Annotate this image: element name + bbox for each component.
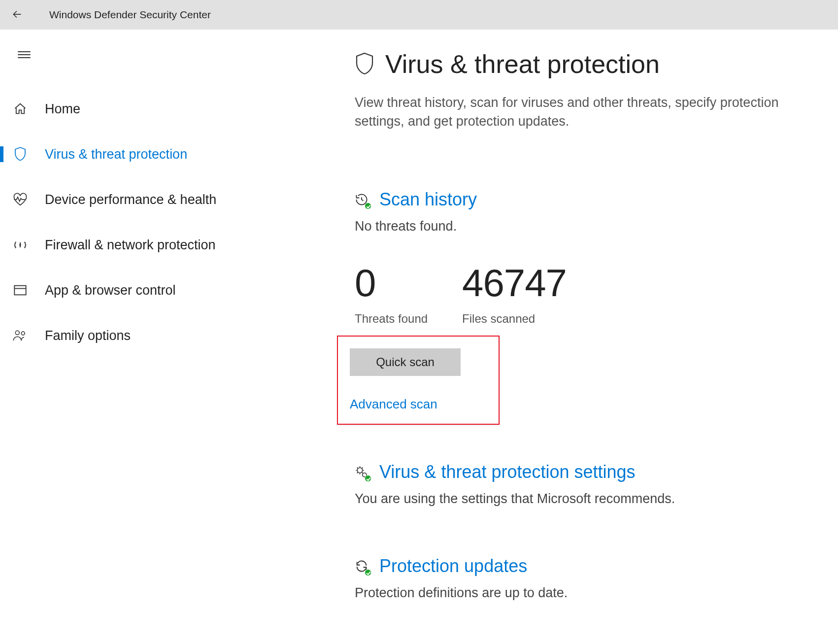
- main-content: Virus & threat protection View threat hi…: [355, 49, 818, 601]
- title-bar: Windows Defender Security Center: [0, 0, 838, 30]
- sidebar-item-family[interactable]: Family options: [0, 313, 256, 358]
- sidebar-item-virus-threat[interactable]: Virus & threat protection: [0, 132, 256, 177]
- sidebar-item-app-browser[interactable]: App & browser control: [0, 268, 256, 313]
- section-heading: Protection updates: [355, 556, 818, 576]
- svg-point-3: [21, 332, 25, 335]
- hamburger-icon: [18, 51, 31, 58]
- back-button[interactable]: [5, 2, 30, 27]
- home-icon: [11, 100, 29, 118]
- window-icon: [11, 281, 29, 299]
- scan-history-link[interactable]: Scan history: [379, 189, 477, 210]
- sidebar-item-home[interactable]: Home: [0, 86, 256, 132]
- scan-stats: 0 Threats found 46747 Files scanned: [355, 264, 818, 326]
- svg-point-2: [15, 331, 19, 335]
- section-heading: Virus & threat protection settings: [355, 462, 818, 482]
- vtp-settings-link[interactable]: Virus & threat protection settings: [379, 462, 636, 482]
- checkmark-badge-icon: [365, 569, 371, 576]
- sidebar-item-label: Device performance & health: [45, 192, 216, 207]
- broadcast-icon: [11, 236, 29, 254]
- advanced-scan-link[interactable]: Advanced scan: [350, 397, 487, 412]
- threats-found-stat: 0 Threats found: [355, 264, 428, 326]
- sidebar-item-firewall[interactable]: Firewall & network protection: [0, 222, 256, 268]
- vtp-settings-section: Virus & threat protection settings You a…: [355, 462, 818, 507]
- sidebar-item-label: Virus & threat protection: [45, 147, 187, 162]
- sidebar-item-device-health[interactable]: Device performance & health: [0, 177, 256, 222]
- scan-history-section: Scan history No threats found. 0 Threats…: [355, 189, 818, 425]
- scan-highlight-box: Quick scan Advanced scan: [337, 336, 500, 425]
- svg-rect-1: [14, 286, 26, 295]
- files-scanned-value: 46747: [462, 264, 567, 302]
- sidebar-item-label: Firewall & network protection: [45, 237, 216, 253]
- shield-icon: [355, 52, 374, 76]
- sidebar: Home Virus & threat protection Device pe…: [0, 86, 256, 358]
- threats-found-value: 0: [355, 264, 428, 302]
- page-title: Virus & threat protection: [385, 49, 660, 79]
- gear-icon: [355, 465, 369, 479]
- heart-pulse-icon: [11, 191, 29, 208]
- window-title: Windows Defender Security Center: [49, 9, 211, 21]
- checkmark-badge-icon: [365, 203, 371, 209]
- section-heading: Scan history: [355, 189, 818, 210]
- sidebar-item-label: App & browser control: [45, 283, 176, 298]
- quick-scan-button[interactable]: Quick scan: [350, 348, 461, 376]
- protection-updates-link[interactable]: Protection updates: [379, 556, 527, 576]
- protection-updates-status: Protection definitions are up to date.: [355, 585, 818, 601]
- refresh-icon: [355, 559, 369, 573]
- history-icon: [355, 193, 369, 206]
- shield-icon: [11, 145, 29, 163]
- svg-point-4: [357, 468, 363, 473]
- files-scanned-stat: 46747 Files scanned: [462, 264, 567, 326]
- menu-button[interactable]: [13, 44, 35, 65]
- page-heading: Virus & threat protection: [355, 49, 818, 79]
- page-subtitle: View threat history, scan for viruses an…: [355, 94, 813, 131]
- arrow-left-icon: [11, 8, 24, 22]
- sidebar-item-label: Family options: [45, 328, 131, 343]
- checkmark-badge-icon: [365, 475, 371, 482]
- protection-updates-section: Protection updates Protection definition…: [355, 556, 818, 601]
- files-scanned-label: Files scanned: [462, 312, 567, 326]
- people-icon: [11, 327, 29, 344]
- svg-point-0: [19, 244, 21, 246]
- vtp-settings-status: You are using the settings that Microsof…: [355, 491, 818, 507]
- sidebar-item-label: Home: [45, 102, 80, 117]
- threats-found-label: Threats found: [355, 312, 428, 326]
- scan-history-status: No threats found.: [355, 219, 818, 234]
